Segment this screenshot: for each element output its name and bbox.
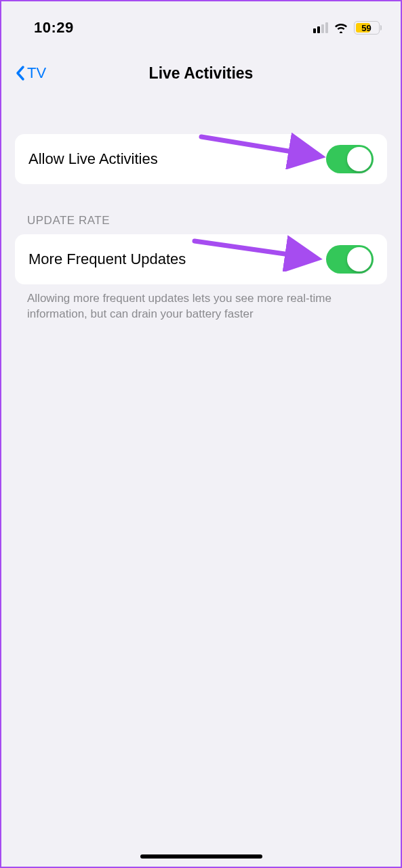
status-time: 10:29 <box>34 19 74 37</box>
navigation-bar: TV Live Activities <box>1 53 401 93</box>
back-label: TV <box>27 64 46 82</box>
home-indicator <box>140 854 262 859</box>
cell-group: Allow Live Activities <box>15 134 387 184</box>
allow-live-activities-row: Allow Live Activities <box>15 134 387 184</box>
back-button[interactable]: TV <box>8 60 53 86</box>
more-frequent-updates-toggle[interactable] <box>326 245 374 274</box>
section-allow: Allow Live Activities <box>1 134 401 184</box>
allow-live-activities-toggle[interactable] <box>326 145 374 173</box>
wifi-icon <box>334 22 348 33</box>
section-footer: Allowing more frequent updates lets you … <box>15 284 387 322</box>
status-indicators: 59 <box>313 21 382 35</box>
chevron-left-icon <box>15 65 26 81</box>
cell-group: More Frequent Updates <box>15 234 387 284</box>
battery-indicator: 59 <box>354 21 382 35</box>
toggle-knob <box>347 147 371 171</box>
page-title: Live Activities <box>1 64 401 83</box>
cell-label: More Frequent Updates <box>28 251 186 268</box>
cellular-signal-icon <box>313 22 328 33</box>
toggle-knob <box>347 247 371 272</box>
section-update-rate: UPDATE RATE More Frequent Updates Allowi… <box>1 214 401 322</box>
cell-label: Allow Live Activities <box>28 150 158 168</box>
status-bar: 10:29 59 <box>1 1 401 42</box>
battery-percent: 59 <box>355 23 379 33</box>
section-header: UPDATE RATE <box>15 214 387 234</box>
more-frequent-updates-row: More Frequent Updates <box>15 234 387 284</box>
